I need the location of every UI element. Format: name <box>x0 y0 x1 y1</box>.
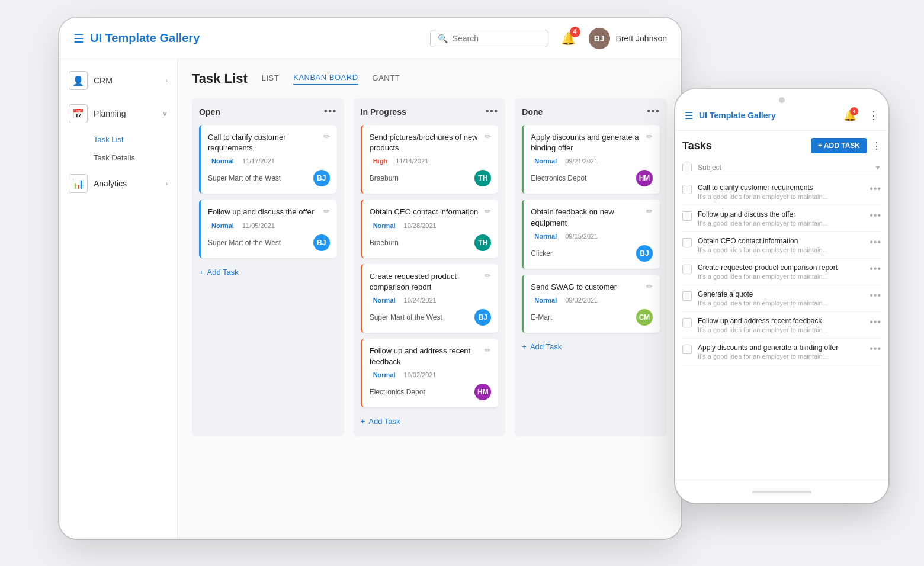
page-title: Task List <box>192 71 248 86</box>
priority-tag: Normal <box>208 221 238 230</box>
mobile-task-list: Call to clarify customer requirements It… <box>682 179 881 365</box>
card-title: Obtain feedback on new equipment <box>531 207 643 228</box>
card-date: 11/05/2021 <box>242 222 275 229</box>
mobile-more-icon[interactable]: ⋮ <box>868 109 879 122</box>
sidebar-crm-label: CRM <box>94 76 165 85</box>
mobile-task-subtitle: It's a good idea for an employer to main… <box>698 246 864 253</box>
mobile-notification-button[interactable]: 🔔 4 <box>843 109 856 122</box>
mobile-task-menu-icon[interactable]: ••• <box>870 263 881 274</box>
mobile-app-title: UI Template Gallery <box>699 111 838 120</box>
priority-tag: Normal <box>531 296 560 304</box>
topbar-right: 🔍 🔔 4 BJ Brett Johnson <box>430 28 667 49</box>
card-avatar: TH <box>474 234 491 251</box>
notification-button[interactable]: 🔔 4 <box>558 28 579 49</box>
task-card: Create requested product comparison repo… <box>361 264 499 333</box>
card-edit-icon[interactable]: ✏ <box>646 207 653 216</box>
add-task-button-in-progress[interactable]: + Add Task <box>361 413 499 429</box>
task-card: Send SWAG to customer ✏ Normal 09/02/202… <box>522 275 660 333</box>
card-edit-icon[interactable]: ✏ <box>646 132 653 141</box>
mobile-notification-badge: 4 <box>850 107 858 115</box>
card-avatar: BJ <box>474 309 491 326</box>
card-title: Follow up and discuss the offer <box>208 207 320 217</box>
sidebar-item-task-details[interactable]: Task Details <box>94 149 177 167</box>
card-avatar: CM <box>636 309 653 326</box>
mobile-task-menu-icon[interactable]: ••• <box>870 237 881 247</box>
sidebar-analytics-label: Analytics <box>94 179 165 188</box>
mobile-task-title: Generate a quote <box>698 290 864 298</box>
mobile-task-menu-icon[interactable]: ••• <box>870 317 881 327</box>
col-menu-in-progress[interactable]: ••• <box>485 105 498 118</box>
user-info[interactable]: BJ Brett Johnson <box>589 28 667 49</box>
mobile-task-subtitle: It's a good idea for an employer to main… <box>698 326 864 333</box>
kanban-col-done: Done ••• Apply discounts and generate a … <box>515 98 667 436</box>
card-edit-icon[interactable]: ✏ <box>646 282 653 291</box>
planning-icon: 📅 <box>69 104 88 123</box>
card-edit-icon[interactable]: ✏ <box>485 346 491 355</box>
card-meta: Normal 10/24/2021 <box>370 296 492 304</box>
mobile-task-checkbox[interactable] <box>682 238 692 247</box>
card-edit-icon[interactable]: ✏ <box>323 207 330 216</box>
mobile-task-content: Follow up and address recent feedback It… <box>698 317 864 333</box>
mobile-task-checkbox[interactable] <box>682 345 692 354</box>
card-edit-icon[interactable]: ✏ <box>485 271 491 280</box>
mobile-section-menu-icon[interactable]: ⋮ <box>872 140 881 152</box>
mobile-task-row: Obtain CEO contact information It's a go… <box>682 232 881 259</box>
mobile-task-menu-icon[interactable]: ••• <box>870 210 881 221</box>
priority-tag: Normal <box>370 221 399 230</box>
card-title: Obtain CEO contact information <box>370 207 482 217</box>
add-task-label: Add Task <box>368 417 400 426</box>
tab-list[interactable]: LIST <box>262 73 279 85</box>
tab-kanban[interactable]: KANBAN BOARD <box>293 73 358 85</box>
card-header: Call to clarify customer requirements ✏ <box>208 132 330 153</box>
sidebar-item-planning[interactable]: 📅 Planning ∨ <box>59 97 177 130</box>
mobile-add-task-button[interactable]: + ADD TASK <box>811 138 867 153</box>
mobile-task-content: Follow up and discuss the offer It's a g… <box>698 210 864 227</box>
sidebar-item-crm[interactable]: 👤 CRM › <box>59 64 177 97</box>
mobile-task-checkbox[interactable] <box>682 265 692 274</box>
mobile-task-subtitle: It's a good idea for an employer to main… <box>698 353 864 360</box>
app-title: UI Template Gallery <box>90 31 200 45</box>
tab-gantt[interactable]: GANTT <box>373 73 400 85</box>
col-menu-open[interactable]: ••• <box>324 105 337 118</box>
col-menu-done[interactable]: ••• <box>647 105 660 118</box>
add-task-button-done[interactable]: + Add Task <box>522 339 660 355</box>
priority-tag: Normal <box>208 157 238 165</box>
notification-badge: 4 <box>570 27 580 37</box>
card-date: 09/15/2021 <box>565 233 598 240</box>
search-input[interactable] <box>453 34 535 43</box>
hamburger-icon[interactable]: ☰ <box>73 31 84 46</box>
mobile-hamburger-icon[interactable]: ☰ <box>685 110 693 121</box>
card-footer: Super Mart of the West BJ <box>208 170 330 186</box>
mobile-task-menu-icon[interactable]: ••• <box>870 184 881 194</box>
search-box[interactable]: 🔍 <box>430 30 548 47</box>
mobile-select-all-checkbox[interactable] <box>682 163 692 172</box>
mobile-task-checkbox[interactable] <box>682 185 692 194</box>
mobile-task-checkbox[interactable] <box>682 211 692 221</box>
mobile-task-checkbox[interactable] <box>682 318 692 327</box>
add-task-button-open[interactable]: + Add Task <box>199 264 337 280</box>
card-date: 11/14/2021 <box>396 157 428 165</box>
sidebar-item-analytics[interactable]: 📊 Analytics › <box>59 167 177 200</box>
card-date: 10/28/2021 <box>404 222 437 229</box>
sidebar-item-task-list[interactable]: Task List <box>94 130 177 149</box>
mobile-task-checkbox[interactable] <box>682 291 692 301</box>
avatar: BJ <box>589 28 610 49</box>
card-footer: Braeburn TH <box>370 170 492 186</box>
mobile-task-menu-icon[interactable]: ••• <box>870 290 881 301</box>
priority-tag: High <box>370 157 391 165</box>
mobile-section-header: Tasks + ADD TASK ⋮ <box>682 138 881 153</box>
card-company: Super Mart of the West <box>208 239 281 247</box>
mobile-task-row: Apply discounts and generate a binding o… <box>682 339 881 365</box>
mobile-task-menu-icon[interactable]: ••• <box>870 343 881 354</box>
card-footer: Braeburn TH <box>370 234 492 251</box>
mobile-filter-icon[interactable]: ▼ <box>874 163 881 172</box>
card-edit-icon[interactable]: ✏ <box>485 132 491 141</box>
card-edit-icon[interactable]: ✏ <box>485 207 491 216</box>
card-meta: Normal 11/17/2021 <box>208 157 330 165</box>
card-company: Electronics Depot <box>531 174 586 182</box>
mobile-task-content: Call to clarify customer requirements It… <box>698 184 864 200</box>
card-edit-icon[interactable]: ✏ <box>323 132 330 141</box>
topbar: ☰ UI Template Gallery 🔍 🔔 4 BJ Brett Joh… <box>59 18 681 59</box>
card-company: E-Mart <box>531 313 552 321</box>
card-title: Call to clarify customer requirements <box>208 132 320 153</box>
